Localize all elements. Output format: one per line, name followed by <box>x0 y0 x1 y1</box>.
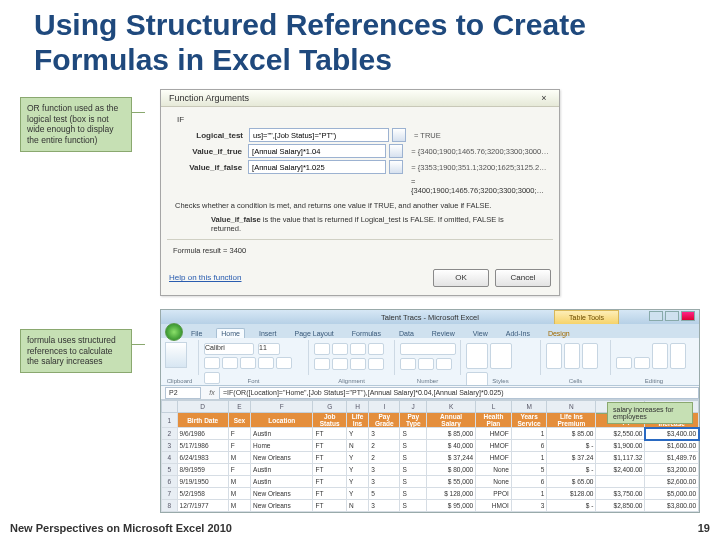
table-row[interactable]: 58/9/1959FAustinFTY3S$ 80,000None5$ -$2,… <box>162 464 699 476</box>
col-header[interactable]: L <box>476 401 512 413</box>
table-header[interactable]: AnnualSalary <box>427 413 476 428</box>
help-link[interactable]: Help on this function <box>169 273 242 282</box>
cell[interactable]: S <box>400 500 427 512</box>
table-row[interactable]: 35/17/1986FHomeFTN2S$ 40,000HMOF6$ -$1,9… <box>162 440 699 452</box>
cell[interactable]: FT <box>313 488 346 500</box>
cell[interactable]: 5/2/1958 <box>177 488 228 500</box>
cell[interactable]: $ 128,000 <box>427 488 476 500</box>
merge-icon[interactable] <box>368 358 384 370</box>
cell[interactable]: $ - <box>547 500 596 512</box>
fill-icon[interactable] <box>634 357 650 369</box>
fill-color-icon[interactable] <box>276 357 292 369</box>
currency-icon[interactable] <box>400 358 416 370</box>
cell[interactable]: Y <box>346 464 368 476</box>
table-row[interactable]: 29/6/1986FAustinFTY3S$ 85,000HMOF1$ 85.0… <box>162 428 699 440</box>
cell[interactable]: $1,900.00 <box>596 440 645 452</box>
cell[interactable]: 9/6/1986 <box>177 428 228 440</box>
cell[interactable]: $2,850.00 <box>596 500 645 512</box>
cell[interactable]: M <box>228 488 250 500</box>
col-header[interactable]: J <box>400 401 427 413</box>
row-header[interactable]: 7 <box>162 488 178 500</box>
table-tools-tab[interactable]: Table Tools <box>554 310 619 324</box>
range-picker-icon[interactable] <box>392 128 406 142</box>
cell[interactable]: HMOF <box>476 428 512 440</box>
cell[interactable]: Y <box>346 476 368 488</box>
col-header[interactable]: N <box>547 401 596 413</box>
table-header[interactable]: Life InsPremium <box>547 413 596 428</box>
cell[interactable]: 3 <box>369 500 400 512</box>
cell[interactable]: 6 <box>511 440 547 452</box>
fx-icon[interactable]: fx <box>205 389 219 396</box>
cell[interactable]: None <box>476 476 512 488</box>
cell[interactable]: 1 <box>511 428 547 440</box>
align-icon[interactable] <box>350 358 366 370</box>
cell[interactable]: $3,200.00 <box>645 464 699 476</box>
cell[interactable]: 3 <box>511 500 547 512</box>
range-picker-icon[interactable] <box>389 144 403 158</box>
cell[interactable]: Austin <box>251 476 313 488</box>
cell[interactable]: S <box>400 464 427 476</box>
table-header[interactable]: Sex <box>228 413 250 428</box>
table-row[interactable]: 75/2/1958MNew OrleansFTY5S$ 128,000PPOI1… <box>162 488 699 500</box>
cell[interactable]: $3,750.00 <box>596 488 645 500</box>
cell[interactable]: FT <box>313 452 346 464</box>
cell[interactable]: Home <box>251 440 313 452</box>
tab-home[interactable]: Home <box>216 328 245 338</box>
cell[interactable]: 3 <box>369 464 400 476</box>
cell[interactable]: $2,550.00 <box>596 428 645 440</box>
row-header[interactable]: 8 <box>162 500 178 512</box>
cell[interactable]: $ 95,000 <box>427 500 476 512</box>
col-header[interactable]: D <box>177 401 228 413</box>
col-header[interactable]: F <box>251 401 313 413</box>
percent-icon[interactable] <box>418 358 434 370</box>
office-orb-icon[interactable] <box>165 323 183 341</box>
cell[interactable]: HMOF <box>476 440 512 452</box>
sort-filter-icon[interactable] <box>652 343 668 369</box>
row-header[interactable]: 4 <box>162 452 178 464</box>
cell[interactable]: 8/9/1959 <box>177 464 228 476</box>
cell[interactable]: N <box>346 500 368 512</box>
format-icon[interactable] <box>582 343 598 369</box>
cell[interactable]: Y <box>346 428 368 440</box>
cell[interactable]: FT <box>313 440 346 452</box>
table-header[interactable]: LifeIns <box>346 413 368 428</box>
row-header[interactable]: 3 <box>162 440 178 452</box>
delete-icon[interactable] <box>564 343 580 369</box>
table-header[interactable]: PayGrade <box>369 413 400 428</box>
cell[interactable]: FT <box>313 464 346 476</box>
col-header[interactable]: E <box>228 401 250 413</box>
cell[interactable]: 2 <box>369 440 400 452</box>
wrap-text-icon[interactable] <box>368 343 384 355</box>
col-header[interactable]: G <box>313 401 346 413</box>
cond-format-icon[interactable] <box>466 343 488 369</box>
cell[interactable]: $3,400.00 <box>645 428 699 440</box>
align-icon[interactable] <box>332 358 348 370</box>
cell[interactable]: F <box>228 464 250 476</box>
cell[interactable]: None <box>476 464 512 476</box>
bold-icon[interactable] <box>204 357 220 369</box>
cell[interactable]: $ 80,000 <box>427 464 476 476</box>
table-header[interactable]: YearsService <box>511 413 547 428</box>
row-header[interactable]: 6 <box>162 476 178 488</box>
align-icon[interactable] <box>350 343 366 355</box>
cell[interactable]: S <box>400 428 427 440</box>
cell[interactable]: 12/7/1977 <box>177 500 228 512</box>
cell[interactable]: $3,800.00 <box>645 500 699 512</box>
minimize-icon[interactable] <box>649 311 663 321</box>
row-header[interactable]: 5 <box>162 464 178 476</box>
align-icon[interactable] <box>314 358 330 370</box>
cell[interactable]: S <box>400 440 427 452</box>
font-select[interactable]: Calibri <box>204 343 254 355</box>
cell[interactable]: $ 65.00 <box>547 476 596 488</box>
row-header[interactable]: 1 <box>162 413 178 428</box>
cell[interactable]: HMOF <box>476 452 512 464</box>
col-header[interactable]: H <box>346 401 368 413</box>
cell[interactable]: $ - <box>547 464 596 476</box>
cell[interactable]: HMOI <box>476 500 512 512</box>
cell[interactable]: 5 <box>369 488 400 500</box>
insert-icon[interactable] <box>546 343 562 369</box>
cell[interactable]: Y <box>346 452 368 464</box>
cell[interactable]: $1,117.32 <box>596 452 645 464</box>
table-row[interactable]: 69/19/1950MAustinFTY3S$ 55,000None6$ 65.… <box>162 476 699 488</box>
col-header[interactable]: M <box>511 401 547 413</box>
